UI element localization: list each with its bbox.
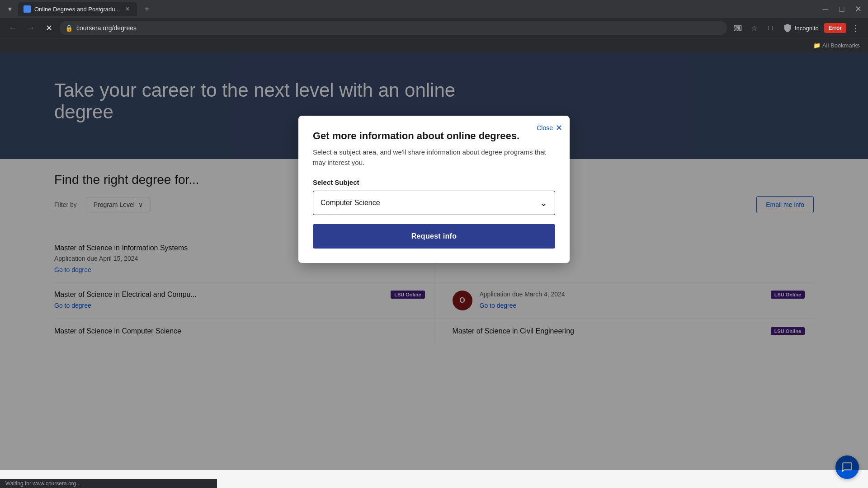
forward-button[interactable]: →: [24, 21, 38, 35]
modal-description: Select a subject area, and we'll share i…: [313, 147, 555, 168]
close-icon: ✕: [556, 123, 562, 133]
tab-title: Online Degrees and Postgradu...: [34, 6, 120, 13]
modal-title: Get more information about online degree…: [313, 130, 555, 142]
incognito-badge: Incognito: [779, 22, 822, 34]
maximize-button[interactable]: □: [835, 3, 848, 15]
modal-overlay: Close ✕ Get more information about onlin…: [0, 52, 868, 470]
menu-icon[interactable]: ⋮: [848, 21, 863, 35]
page-content: Take your career to the next level with …: [0, 52, 868, 470]
lock-icon: 🔒: [65, 24, 73, 32]
toolbar-right: ☆ □ Incognito Error ⋮: [731, 21, 863, 35]
close-window-button[interactable]: ✕: [852, 3, 864, 15]
subject-select-value: Computer Science: [321, 199, 380, 207]
address-bar[interactable]: 🔒 coursera.org/degrees: [60, 21, 727, 35]
bookmarks-bar: 📁 All Bookmarks: [0, 38, 868, 52]
back-button[interactable]: ←: [5, 21, 20, 35]
modal-close-button[interactable]: Close ✕: [537, 123, 562, 133]
tab-list-button[interactable]: ▼: [4, 3, 16, 15]
new-tab-button[interactable]: +: [141, 3, 153, 15]
address-text: coursera.org/degrees: [76, 24, 722, 32]
status-bar: Waiting for www.coursera.org...: [0, 479, 217, 488]
tab-favicon: [24, 5, 31, 13]
close-label: Close: [537, 124, 553, 131]
cast-icon[interactable]: [731, 21, 745, 35]
all-bookmarks-link[interactable]: 📁 All Bookmarks: [811, 40, 863, 51]
browser-toolbar: ← → ✕ 🔒 coursera.org/degrees ☆ □ Incogni…: [0, 18, 868, 38]
error-badge[interactable]: Error: [824, 23, 846, 33]
select-subject-label: Select Subject: [313, 178, 555, 186]
browser-chrome: ▼ Online Degrees and Postgradu... ✕ + ─ …: [0, 0, 868, 52]
chevron-down-icon: ⌄: [540, 197, 547, 208]
profile-window-icon[interactable]: □: [763, 21, 778, 35]
browser-titlebar: ▼ Online Degrees and Postgradu... ✕ + ─ …: [0, 0, 868, 18]
tab-close-button[interactable]: ✕: [123, 5, 132, 13]
request-info-button[interactable]: Request info: [313, 224, 555, 249]
modal-dialog: Close ✕ Get more information about onlin…: [298, 116, 570, 263]
minimize-button[interactable]: ─: [819, 3, 832, 15]
subject-select-dropdown[interactable]: Computer Science ⌄: [313, 191, 555, 215]
folder-icon: 📁: [813, 42, 821, 49]
bookmark-icon[interactable]: ☆: [747, 21, 761, 35]
reload-button[interactable]: ✕: [42, 21, 56, 35]
active-tab[interactable]: Online Degrees and Postgradu... ✕: [18, 2, 137, 16]
